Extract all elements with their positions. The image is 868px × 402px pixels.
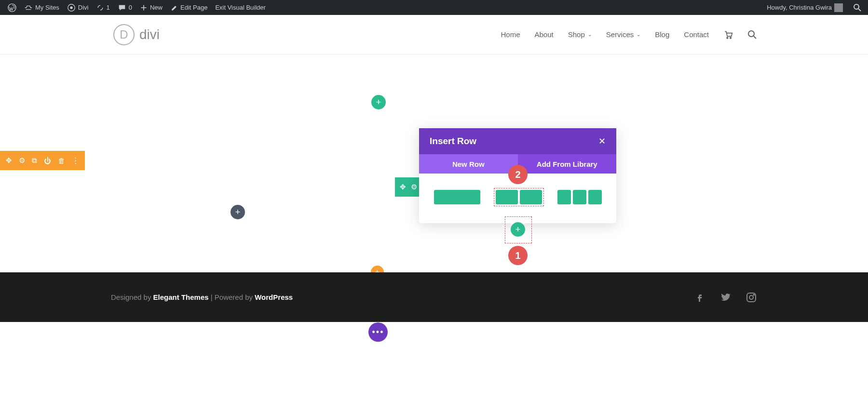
new-menu[interactable]: New	[136, 0, 166, 15]
refresh-icon	[96, 4, 104, 12]
annotation-badge-2: 2	[508, 165, 528, 184]
elegant-themes-link[interactable]: Elegant Themes	[153, 293, 209, 301]
wp-admin-left: My Sites Divi 1 0 New Edit Page Exit Vis…	[4, 0, 270, 15]
more-icon[interactable]: ⋮	[72, 156, 79, 165]
row-toolbar: ✥ ⚙	[395, 177, 422, 197]
my-sites-menu[interactable]: My Sites	[20, 0, 63, 15]
facebook-icon[interactable]	[693, 292, 705, 303]
main-navigation: Home About Shop⌄ Services⌄ Blog Contact	[501, 30, 757, 40]
site-name-menu[interactable]: Divi	[63, 0, 93, 15]
footer-separator: | Powered by	[209, 293, 255, 301]
cart-icon	[723, 30, 733, 40]
designed-by-text: Designed by	[111, 293, 153, 301]
nav-about[interactable]: About	[534, 30, 553, 39]
wp-admin-bar: My Sites Divi 1 0 New Edit Page Exit Vis…	[0, 0, 868, 15]
tab-new-label: New Row	[452, 160, 485, 168]
comments-count: 0	[129, 4, 132, 11]
layout-single-column[interactable]	[432, 188, 482, 206]
power-icon[interactable]: ⏻	[44, 157, 51, 165]
nav-blog[interactable]: Blog	[655, 30, 669, 39]
footer-social	[693, 292, 757, 303]
add-section-button[interactable]: +	[371, 95, 386, 109]
layout-three-column[interactable]	[556, 188, 604, 206]
add-module-button[interactable]: +	[231, 205, 245, 219]
wp-admin-right: Howdy, Christina Gwira	[763, 0, 864, 15]
site-logo[interactable]: D divi	[113, 24, 160, 45]
comment-icon	[118, 3, 126, 12]
nav-search[interactable]	[747, 30, 757, 40]
column-preview	[573, 190, 586, 204]
new-label: New	[150, 4, 163, 11]
site-name-label: Divi	[78, 4, 89, 11]
badge-2-label: 2	[515, 169, 520, 180]
site-header: D divi Home About Shop⌄ Services⌄ Blog C…	[0, 15, 868, 54]
column-preview	[557, 190, 571, 204]
chevron-down-icon: ⌄	[588, 32, 592, 37]
wordpress-icon	[8, 3, 16, 12]
column-preview	[520, 190, 542, 204]
popup-title: Insert Row	[430, 136, 476, 147]
account-menu[interactable]: Howdy, Christina Gwira	[763, 0, 847, 15]
svg-point-9	[754, 294, 755, 295]
close-icon[interactable]: ✕	[598, 136, 606, 147]
logo-mark: D	[113, 24, 135, 45]
instagram-icon[interactable]	[746, 292, 757, 303]
nav-services[interactable]: Services⌄	[606, 30, 641, 39]
logo-letter: D	[120, 28, 128, 41]
add-row-button[interactable]: +	[511, 222, 525, 237]
move-icon[interactable]: ✥	[6, 156, 12, 165]
greeting-label: Howdy, Christina Gwira	[767, 4, 832, 11]
svg-point-5	[730, 37, 732, 39]
nav-blog-label: Blog	[655, 30, 669, 39]
nav-services-label: Services	[606, 30, 634, 39]
site-footer: Designed by Elegant Themes | Powered by …	[0, 272, 868, 322]
search-icon	[853, 3, 862, 13]
dashboard-icon	[67, 3, 76, 12]
svg-point-6	[748, 31, 754, 37]
column-preview	[434, 190, 480, 204]
section-toolbar: ✥ ⚙ ⧉ ⏻ 🗑 ⋮	[0, 151, 85, 170]
layout-two-column[interactable]	[494, 188, 544, 206]
nav-about-label: About	[534, 30, 553, 39]
edit-page-menu[interactable]: Edit Page	[166, 0, 211, 15]
my-sites-label: My Sites	[35, 4, 59, 11]
column-preview	[588, 190, 602, 204]
updates-menu[interactable]: 1	[93, 0, 114, 15]
move-icon[interactable]: ✥	[400, 183, 406, 191]
tab-new-row[interactable]: New Row	[419, 154, 518, 174]
wordpress-link[interactable]: WordPress	[255, 293, 293, 301]
trash-icon[interactable]: 🗑	[58, 157, 65, 165]
network-icon	[24, 3, 33, 12]
popup-header: Insert Row ✕	[419, 128, 616, 154]
footer-credits: Designed by Elegant Themes | Powered by …	[111, 293, 293, 301]
column-preview	[496, 190, 518, 204]
edit-page-label: Edit Page	[180, 4, 207, 11]
nav-home-label: Home	[501, 30, 520, 39]
duplicate-icon[interactable]: ⧉	[32, 156, 37, 165]
svg-point-8	[749, 295, 753, 299]
wordpress-menu[interactable]	[4, 0, 20, 15]
gear-icon[interactable]: ⚙	[19, 156, 25, 165]
nav-home[interactable]: Home	[501, 30, 520, 39]
admin-search[interactable]	[851, 0, 864, 15]
twitter-icon[interactable]	[719, 292, 732, 303]
nav-contact[interactable]: Contact	[684, 30, 709, 39]
svg-point-4	[727, 37, 728, 39]
builder-more-button[interactable]: •••	[368, 322, 388, 342]
exit-builder-menu[interactable]: Exit Visual Builder	[211, 0, 270, 15]
search-icon	[747, 30, 757, 40]
plus-icon	[140, 4, 148, 12]
nav-shop-label: Shop	[568, 30, 585, 39]
svg-point-2	[70, 6, 72, 9]
nav-shop[interactable]: Shop⌄	[568, 30, 592, 39]
annotation-badge-1: 1	[508, 246, 528, 265]
tab-library[interactable]: Add From Library	[518, 154, 617, 174]
nav-contact-label: Contact	[684, 30, 709, 39]
exit-builder-label: Exit Visual Builder	[215, 4, 266, 11]
cart-button[interactable]	[723, 30, 733, 40]
badge-1-label: 1	[515, 250, 520, 261]
avatar	[834, 3, 843, 12]
comments-menu[interactable]: 0	[114, 0, 136, 15]
updates-count: 1	[107, 4, 110, 11]
gear-icon[interactable]: ⚙	[411, 183, 417, 191]
